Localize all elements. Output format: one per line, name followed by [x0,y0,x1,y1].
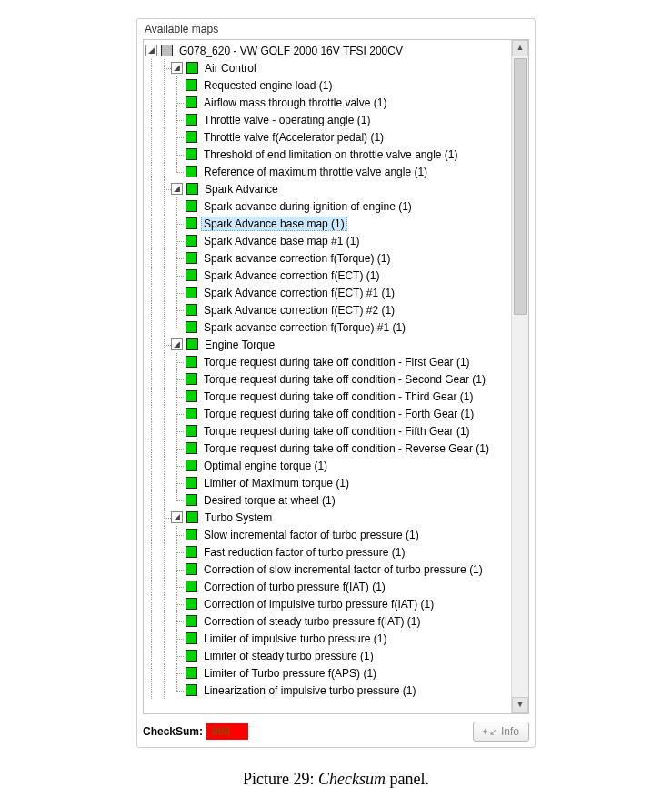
tree-item[interactable]: Correction of turbo pressure f(IAT) (1) [145,578,512,595]
tree-item-label[interactable]: Airflow mass through throttle valve (1) [201,96,389,110]
tree-item-label[interactable]: Spark Advance correction f(ECT) #2 (1) [201,303,397,318]
scroll-thumb[interactable] [514,58,527,315]
tree-item[interactable]: Torque request during take off condition… [145,353,512,370]
tree-item[interactable]: Torque request during take off condition… [145,405,512,422]
tree-item[interactable]: Optimal engine torque (1) [145,457,512,474]
checksum-value: 098 [206,723,248,740]
tree-item[interactable]: Spark Advance correction f(ECT) #1 (1) [145,284,512,301]
tree-item[interactable]: Fast reduction factor of turbo pressure … [145,543,512,561]
tree-item-label[interactable]: Spark Advance correction f(ECT) (1) [201,268,382,283]
node-icon [186,667,197,679]
tree-item-label[interactable]: Limiter of impulsive turbo pressure (1) [201,631,389,646]
tree-item-label[interactable]: Torque request during take off condition… [201,389,476,404]
tree-item[interactable]: Limiter of Maximum torque (1) [145,474,512,491]
figure-caption: Picture 29: Checksum panel. [0,770,672,788]
tree-item[interactable]: Limiter of impulsive turbo pressure (1) [145,630,512,647]
tree-item-label[interactable]: Torque request during take off condition… [201,424,473,439]
tree-item-label[interactable]: Desired torque at wheel (1) [201,493,338,508]
tree-item-label[interactable]: Spark advance during ignition of engine … [201,199,415,214]
tree-item-label[interactable]: Correction of steady turbo pressure f(IA… [201,614,424,629]
tree-item-label[interactable]: Torque request during take off condition… [201,372,488,387]
tree-item[interactable]: Torque request during take off condition… [145,422,512,439]
tree-item-label[interactable]: Threshold of end limitation on throttle … [201,147,461,162]
tree-item[interactable]: Throttle valve f(Accelerator pedal) (1) [145,128,512,146]
tree-root[interactable]: ◢G078_620 - VW GOLF 2000 16V TFSI 200CV [145,42,512,59]
tree-group[interactable]: ◢Engine Torque [145,336,512,353]
node-icon [186,200,197,212]
tree-item[interactable]: Desired torque at wheel (1) [145,491,512,509]
tree-item-label[interactable]: Spark Advance base map (1) [201,217,347,231]
tree-group[interactable]: ◢Spark Advance [145,180,512,197]
node-icon [186,494,197,506]
info-button[interactable]: ✦↙ Info [473,722,529,742]
tree-item[interactable]: Correction of slow incremental factor of… [145,561,512,578]
tree-item[interactable]: Spark advance correction f(Torque) #1 (1… [145,318,512,336]
node-icon [186,217,197,229]
tree-item-label[interactable]: Reference of maximum throttle valve angl… [201,165,430,179]
tree-item[interactable]: Torque request during take off condition… [145,370,512,388]
tree-item-label[interactable]: Spark Advance base map #1 (1) [201,234,362,248]
tree-item-label[interactable]: Spark advance correction f(Torque) (1) [201,251,393,266]
tree-item[interactable]: Torque request during take off condition… [145,388,512,405]
tree-root-label[interactable]: G078_620 - VW GOLF 2000 16V TFSI 200CV [176,44,406,58]
tree-item-label[interactable]: Torque request during take off condition… [201,407,476,421]
scroll-down-button[interactable]: ▼ [512,697,528,713]
expand-toggle[interactable]: ◢ [171,62,183,74]
tree-item[interactable]: Reference of maximum throttle valve angl… [145,163,512,180]
tree-item-label[interactable]: Throttle valve - operating angle (1) [201,113,373,127]
tree-item-label[interactable]: Correction of turbo pressure f(IAT) (1) [201,580,388,594]
tree-item[interactable]: Airflow mass through throttle valve (1) [145,94,512,111]
tree-item-label[interactable]: Limiter of Turbo pressure f(APS) (1) [201,666,379,681]
tree-item[interactable]: Spark Advance base map (1) [145,215,512,232]
tree-item-label[interactable]: Spark Advance correction f(ECT) #1 (1) [201,286,397,300]
expand-toggle[interactable]: ◢ [171,338,183,350]
tree-item-label[interactable]: Requested engine load (1) [201,78,335,93]
tree[interactable]: ◢G078_620 - VW GOLF 2000 16V TFSI 200CV◢… [144,40,512,713]
node-icon [186,581,197,592]
tree-item-label[interactable]: Torque request during take off condition… [201,441,492,456]
tree-item[interactable]: Spark Advance base map #1 (1) [145,232,512,249]
tree-item-label[interactable]: Optimal engine torque (1) [201,459,330,473]
tree-item-label[interactable]: Limiter of Maximum torque (1) [201,476,352,490]
scroll-up-button[interactable]: ▲ [512,40,528,56]
tree-group-label[interactable]: Spark Advance [202,182,281,197]
tree-group-label[interactable]: Turbo System [202,510,275,525]
tree-item-label[interactable]: Slow incremental factor of turbo pressur… [201,528,422,542]
tree-item[interactable]: Spark advance during ignition of engine … [145,197,512,215]
tree-item-label[interactable]: Linearization of impulsive turbo pressur… [201,683,418,698]
tree-group[interactable]: ◢Turbo System [145,509,512,526]
tree-item-label[interactable]: Spark advance correction f(Torque) #1 (1… [201,320,408,335]
vertical-scrollbar[interactable]: ▲ ▼ [511,40,528,713]
tree-item[interactable]: Throttle valve - operating angle (1) [145,111,512,128]
tree-item[interactable]: Spark advance correction f(Torque) (1) [145,249,512,267]
tree-item[interactable]: Spark Advance correction f(ECT) (1) [145,267,512,284]
tree-item[interactable]: Slow incremental factor of turbo pressur… [145,526,512,543]
expand-toggle[interactable]: ◢ [171,183,183,195]
tree-item[interactable]: Correction of steady turbo pressure f(IA… [145,612,512,630]
tree-item[interactable]: Torque request during take off condition… [145,439,512,457]
expand-toggle[interactable]: ◢ [171,511,183,523]
tree-item[interactable]: Linearization of impulsive turbo pressur… [145,682,512,699]
info-button-label: Info [501,725,519,738]
tree-item-label[interactable]: Fast reduction factor of turbo pressure … [201,545,407,560]
node-icon [186,408,197,419]
node-icon [186,442,197,454]
tree-item[interactable]: Limiter of steady turbo pressure (1) [145,647,512,664]
tree-item-label[interactable]: Correction of impulsive turbo pressure f… [201,597,436,611]
tree-group-label[interactable]: Engine Torque [202,338,277,352]
node-icon [186,425,197,437]
tree-item-label[interactable]: Throttle valve f(Accelerator pedal) (1) [201,130,386,145]
tree-item[interactable]: Correction of impulsive turbo pressure f… [145,595,512,612]
tree-group-label[interactable]: Air Control [202,61,259,76]
tree-item-label[interactable]: Limiter of steady turbo pressure (1) [201,649,376,663]
tree-item[interactable]: Limiter of Turbo pressure f(APS) (1) [145,664,512,682]
node-icon [186,650,197,662]
tree-item[interactable]: Threshold of end limitation on throttle … [145,146,512,163]
tree-item-label[interactable]: Torque request during take off condition… [201,355,473,369]
tree-item[interactable]: Requested engine load (1) [145,76,512,94]
tree-item[interactable]: Spark Advance correction f(ECT) #2 (1) [145,301,512,318]
node-icon [186,131,197,143]
tree-item-label[interactable]: Correction of slow incremental factor of… [201,562,486,577]
expand-toggle[interactable]: ◢ [145,45,157,56]
tree-group[interactable]: ◢Air Control [145,59,512,76]
